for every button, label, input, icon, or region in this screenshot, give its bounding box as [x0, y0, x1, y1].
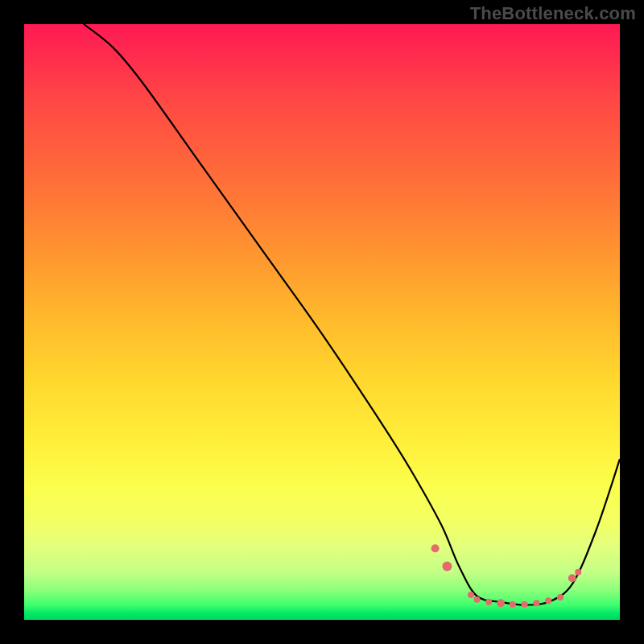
marker-dot: [557, 594, 564, 601]
marker-dot: [485, 599, 492, 605]
plot-area: [24, 24, 620, 620]
chart-frame: TheBottleneck.com: [0, 0, 644, 644]
bottleneck-curve-path: [84, 24, 620, 605]
marker-dot: [545, 597, 551, 604]
marker-dot: [575, 569, 581, 576]
marker-dot: [568, 574, 576, 582]
marker-dot: [468, 592, 474, 598]
chart-svg: [24, 24, 620, 620]
marker-dot: [473, 597, 480, 603]
marker-dot: [497, 599, 505, 607]
marker-dot: [510, 601, 516, 608]
marker-dot: [431, 544, 440, 552]
marker-dot: [442, 561, 452, 571]
marker-dot: [522, 601, 528, 608]
watermark-text: TheBottleneck.com: [470, 3, 636, 24]
marker-dot: [533, 600, 539, 606]
